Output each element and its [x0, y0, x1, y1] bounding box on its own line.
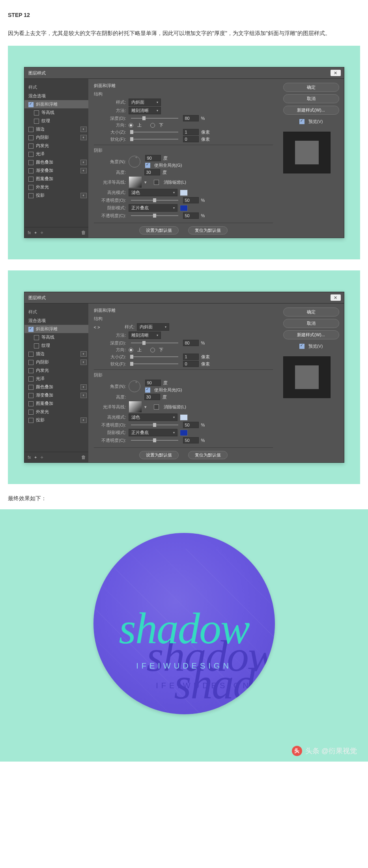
- antialias-checkbox[interactable]: [154, 404, 159, 410]
- ok-button[interactable]: 确定: [283, 83, 339, 92]
- soften-slider[interactable]: [131, 139, 178, 140]
- sidebar-inner-glow[interactable]: 内发光: [24, 366, 88, 374]
- soften-slider[interactable]: [131, 363, 178, 364]
- make-default-button[interactable]: 设置为默认值: [139, 451, 179, 459]
- altitude-input[interactable]: 30: [144, 394, 160, 400]
- style-dropdown[interactable]: 内斜面▾: [129, 99, 161, 106]
- sidebar-styles-header[interactable]: 样式: [24, 307, 88, 317]
- make-default-button[interactable]: 设置为默认值: [139, 226, 179, 235]
- antialias-checkbox[interactable]: [154, 180, 159, 185]
- shadow-mode-dropdown[interactable]: 正片叠底▾: [129, 429, 177, 436]
- preview-checkbox[interactable]: [299, 119, 304, 124]
- highlight-color-swatch[interactable]: [180, 190, 188, 196]
- highlight-opacity-input[interactable]: 50: [183, 422, 199, 428]
- direction-down-radio[interactable]: [150, 348, 155, 352]
- sidebar-gradient-overlay[interactable]: 渐变叠加+: [24, 391, 88, 399]
- sidebar-drop-shadow[interactable]: 投影+: [24, 191, 88, 199]
- style-dropdown[interactable]: 内斜面▾: [137, 323, 169, 331]
- shadow-color-swatch[interactable]: [180, 430, 188, 436]
- sidebar-outer-glow[interactable]: 外发光: [24, 183, 88, 191]
- soften-input[interactable]: 0: [183, 361, 199, 367]
- sidebar-bevel-emboss[interactable]: 斜面和浮雕: [24, 325, 88, 333]
- plus-icon[interactable]: +: [80, 127, 87, 132]
- preview-checkbox[interactable]: [299, 344, 304, 349]
- ok-button[interactable]: 确定: [283, 307, 339, 317]
- sidebar-stroke[interactable]: 描边+: [24, 125, 88, 133]
- sidebar-pattern-overlay[interactable]: 图案叠加: [24, 175, 88, 183]
- direction-up-radio[interactable]: [129, 123, 133, 128]
- fx-toggles[interactable]: fx✦✧: [27, 231, 45, 235]
- altitude-input[interactable]: 30: [144, 169, 160, 175]
- gloss-contour-picker[interactable]: [129, 176, 142, 188]
- angle-dial[interactable]: [129, 156, 140, 168]
- depth-slider[interactable]: [131, 118, 178, 119]
- plus-icon[interactable]: +: [80, 168, 87, 173]
- plus-icon[interactable]: +: [80, 160, 87, 165]
- size-input[interactable]: 1: [183, 129, 199, 135]
- angle-dial[interactable]: [129, 380, 140, 392]
- angle-input[interactable]: 90: [145, 380, 161, 386]
- close-icon[interactable]: ×: [331, 70, 341, 76]
- soften-input[interactable]: 0: [183, 136, 199, 142]
- size-slider[interactable]: [131, 132, 178, 132]
- plus-icon[interactable]: +: [80, 193, 87, 198]
- plus-icon[interactable]: +: [80, 135, 87, 140]
- new-style-button[interactable]: 新建样式(W)...: [283, 330, 339, 339]
- sidebar-blend-options[interactable]: 混合选项: [24, 317, 88, 325]
- new-style-button[interactable]: 新建样式(W)...: [283, 106, 339, 115]
- plus-icon[interactable]: +: [80, 417, 87, 423]
- sidebar-contour[interactable]: 等高线: [24, 108, 88, 117]
- sidebar-color-overlay[interactable]: 颜色叠加+: [24, 383, 88, 391]
- size-slider[interactable]: [131, 356, 178, 357]
- highlight-color-swatch[interactable]: [180, 414, 188, 421]
- sidebar-outer-glow[interactable]: 外发光: [24, 408, 88, 416]
- sidebar-drop-shadow[interactable]: 投影+: [24, 416, 88, 424]
- sidebar-inner-shadow[interactable]: 内阴影+: [24, 133, 88, 142]
- fx-toggles[interactable]: fx✦✧: [27, 455, 45, 460]
- close-icon[interactable]: ×: [331, 294, 341, 301]
- sidebar-styles-header[interactable]: 样式: [24, 83, 88, 92]
- plus-icon[interactable]: +: [80, 393, 87, 398]
- shadow-color-swatch[interactable]: [180, 205, 188, 211]
- sidebar-inner-shadow[interactable]: 内阴影+: [24, 358, 88, 366]
- global-light-checkbox[interactable]: [145, 163, 150, 168]
- sidebar-texture[interactable]: 纹理: [24, 341, 88, 350]
- cancel-button[interactable]: 取消: [283, 319, 339, 328]
- highlight-opacity-input[interactable]: 50: [183, 197, 199, 203]
- trash-icon[interactable]: 🗑: [81, 230, 86, 235]
- sidebar-stroke[interactable]: 描边+: [24, 350, 88, 358]
- sidebar-satin[interactable]: 光泽: [24, 374, 88, 383]
- trash-icon[interactable]: 🗑: [81, 454, 86, 460]
- shadow-mode-dropdown[interactable]: 正片叠底▾: [129, 204, 177, 212]
- sidebar-blend-options[interactable]: 混合选项: [24, 92, 88, 100]
- sidebar-color-overlay[interactable]: 颜色叠加+: [24, 158, 88, 166]
- reset-default-button[interactable]: 复位为默认值: [188, 451, 228, 459]
- depth-input[interactable]: 80: [183, 115, 199, 121]
- highlight-mode-dropdown[interactable]: 滤色▾: [129, 189, 177, 196]
- depth-input[interactable]: 80: [183, 340, 199, 346]
- plus-icon[interactable]: +: [80, 351, 87, 357]
- direction-up-radio[interactable]: [129, 348, 133, 352]
- depth-slider[interactable]: [131, 343, 178, 343]
- reset-default-button[interactable]: 复位为默认值: [188, 226, 228, 235]
- shadow-opacity-slider[interactable]: [131, 215, 178, 216]
- global-light-checkbox[interactable]: [145, 387, 150, 393]
- sidebar-bevel-emboss[interactable]: 斜面和浮雕: [24, 100, 88, 108]
- method-dropdown[interactable]: 雕刻清晰▾: [129, 332, 161, 339]
- sidebar-contour[interactable]: 等高线: [24, 333, 88, 341]
- sidebar-gradient-overlay[interactable]: 渐变叠加+: [24, 166, 88, 175]
- plus-icon[interactable]: +: [80, 359, 87, 365]
- direction-down-radio[interactable]: [150, 123, 155, 128]
- sidebar-texture[interactable]: 纹理: [24, 117, 88, 125]
- method-dropdown[interactable]: 雕刻清晰▾: [129, 107, 161, 114]
- shadow-opacity-slider[interactable]: [131, 440, 178, 441]
- sidebar-satin[interactable]: 光泽: [24, 150, 88, 158]
- cancel-button[interactable]: 取消: [283, 94, 339, 103]
- highlight-opacity-slider[interactable]: [131, 200, 178, 201]
- sidebar-pattern-overlay[interactable]: 图案叠加: [24, 399, 88, 408]
- shadow-opacity-input[interactable]: 50: [183, 437, 199, 443]
- plus-icon[interactable]: +: [80, 384, 87, 390]
- angle-input[interactable]: 90: [145, 155, 161, 161]
- shadow-opacity-input[interactable]: 50: [183, 212, 199, 219]
- highlight-mode-dropdown[interactable]: 滤色▾: [129, 414, 177, 421]
